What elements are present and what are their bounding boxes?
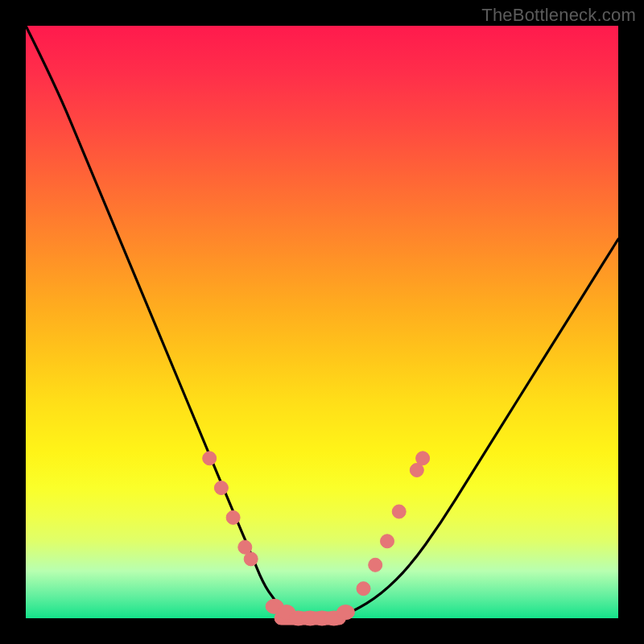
marker-dot — [226, 510, 240, 524]
marker-capsule — [336, 605, 354, 620]
bottleneck-curve — [26, 26, 618, 618]
marker-dot — [392, 505, 406, 518]
marker-dot — [381, 535, 394, 548]
marker-dot — [357, 582, 370, 596]
marker-dot — [416, 452, 430, 465]
chart-frame: TheBottleneck.com — [0, 0, 644, 644]
curve-layer — [26, 26, 618, 618]
marker-dot — [214, 481, 228, 495]
marker-dot — [369, 558, 382, 572]
curve-svg — [26, 26, 618, 618]
watermark-text: TheBottleneck.com — [481, 5, 636, 26]
marker-dot — [244, 552, 258, 566]
marker-dot — [203, 452, 217, 465]
marker-layer — [203, 452, 430, 625]
plot-area — [26, 26, 618, 618]
